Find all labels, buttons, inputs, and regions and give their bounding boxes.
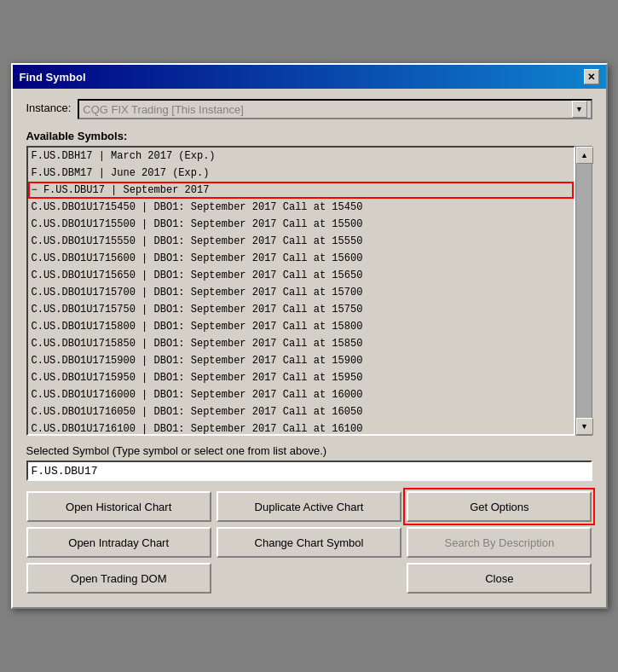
dialog-body: Instance: CQG FIX Trading [This Instance… <box>13 89 606 607</box>
close-icon[interactable]: ✕ <box>584 69 599 84</box>
list-item[interactable]: C.US.DBO1U1715550 | DBO1: September 2017… <box>28 233 574 250</box>
find-symbol-dialog: Find Symbol ✕ Instance: CQG FIX Trading … <box>11 63 608 609</box>
duplicate-active-chart-button[interactable]: Duplicate Active Chart <box>217 491 401 522</box>
scrollbar: ▲ ▼ <box>575 146 592 436</box>
list-item[interactable]: C.US.DBO1U1716100 | DBO1: September 2017… <box>28 420 574 436</box>
list-item[interactable]: − F.US.DBU17 | September 2017 <box>28 182 574 199</box>
list-item[interactable]: C.US.DBO1U1715500 | DBO1: September 2017… <box>28 216 574 233</box>
list-item[interactable]: C.US.DBO1U1716000 | DBO1: September 2017… <box>28 386 574 403</box>
search-by-description-button: Search By Description <box>407 527 592 558</box>
selected-symbol-label: Selected Symbol (Type symbol or select o… <box>26 444 592 457</box>
list-item[interactable]: F.US.DBH17 | March 2017 (Exp.) <box>28 148 574 165</box>
dropdown-arrow-icon[interactable]: ▼ <box>572 101 587 118</box>
list-item[interactable]: C.US.DBO1U1715850 | DBO1: September 2017… <box>28 335 574 352</box>
scroll-track <box>576 164 592 418</box>
open-trading-dom-button[interactable]: Open Trading DOM <box>26 563 211 594</box>
get-options-button[interactable]: Get Options <box>407 491 592 522</box>
open-intraday-chart-button[interactable]: Open Intraday Chart <box>26 527 211 558</box>
available-symbols-label: Available Symbols: <box>26 130 592 142</box>
list-item[interactable]: C.US.DBO1U1715900 | DBO1: September 2017… <box>28 352 574 369</box>
list-item[interactable]: C.US.DBO1U1716050 | DBO1: September 2017… <box>28 403 574 420</box>
symbols-list[interactable]: F.US.DBH17 | March 2017 (Exp.) F.US.DBM1… <box>26 146 575 436</box>
list-item[interactable]: C.US.DBO1U1715750 | DBO1: September 2017… <box>28 301 574 318</box>
instance-row: Instance: CQG FIX Trading [This Instance… <box>26 99 592 119</box>
selected-symbol-input[interactable] <box>26 461 592 481</box>
scroll-down-button[interactable]: ▼ <box>576 418 593 435</box>
list-item[interactable]: C.US.DBO1U1715800 | DBO1: September 2017… <box>28 318 574 335</box>
buttons-grid: Open Historical Chart Duplicate Active C… <box>26 491 592 594</box>
instance-label: Instance: <box>26 101 72 114</box>
dialog-title: Find Symbol <box>20 71 86 84</box>
close-button[interactable]: Close <box>407 563 592 594</box>
scroll-up-button[interactable]: ▲ <box>576 147 593 164</box>
list-item[interactable]: C.US.DBO1U1715450 | DBO1: September 2017… <box>28 199 574 216</box>
list-item[interactable]: C.US.DBO1U1715700 | DBO1: September 2017… <box>28 284 574 301</box>
change-chart-symbol-button[interactable]: Change Chart Symbol <box>217 527 401 558</box>
list-item[interactable]: C.US.DBO1U1715650 | DBO1: September 2017… <box>28 267 574 284</box>
instance-dropdown[interactable]: CQG FIX Trading [This Instance] ▼ <box>78 99 592 119</box>
list-item[interactable]: C.US.DBO1U1715950 | DBO1: September 2017… <box>28 369 574 386</box>
list-item[interactable]: C.US.DBO1U1715600 | DBO1: September 2017… <box>28 250 574 267</box>
open-historical-chart-button[interactable]: Open Historical Chart <box>26 491 211 522</box>
list-item[interactable]: F.US.DBM17 | June 2017 (Exp.) <box>28 165 574 182</box>
instance-value: CQG FIX Trading [This Instance] <box>83 103 571 116</box>
symbols-list-container: F.US.DBH17 | March 2017 (Exp.) F.US.DBM1… <box>26 146 592 436</box>
title-bar: Find Symbol ✕ <box>13 65 606 89</box>
